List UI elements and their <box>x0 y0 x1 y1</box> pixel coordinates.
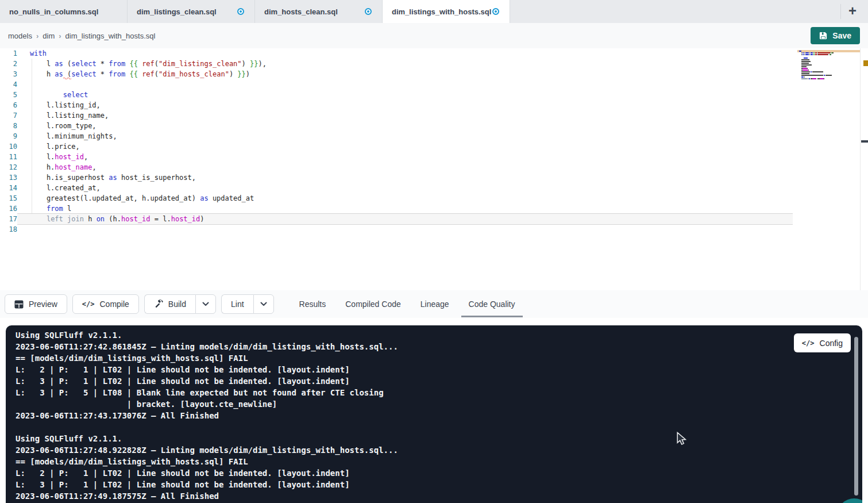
code-line-5[interactable]: 5 select <box>0 90 797 100</box>
build-label: Build <box>168 300 186 309</box>
build-button[interactable]: Build <box>144 294 195 314</box>
tab-lineage[interactable]: Lineage <box>421 296 449 312</box>
minimap-token <box>809 54 810 55</box>
code-line-1[interactable]: 1with <box>0 48 797 59</box>
minimap-token <box>830 52 831 53</box>
save-button[interactable]: Save <box>811 27 860 44</box>
modified-dot-icon <box>365 8 372 15</box>
code-editor[interactable]: 1with2 l as (select * from {{ ref("dim_l… <box>0 48 797 290</box>
compile-label: Compile <box>99 300 129 309</box>
tab-no-nulls-in-columns[interactable]: no_nulls_in_columns.sql <box>0 0 128 23</box>
tab-label: dim_listings_with_hosts.sql <box>392 7 491 16</box>
tab-code-quality[interactable]: Code Quality <box>469 296 515 312</box>
code-text: l.price, <box>17 141 793 152</box>
breadcrumb-models[interactable]: models <box>8 32 32 40</box>
code-line-14[interactable]: 14 l.created_at, <box>0 183 797 193</box>
config-button[interactable]: </> Config <box>794 333 851 352</box>
tab-dim-listings-with-hosts[interactable]: dim_listings_with_hosts.sql <box>383 0 510 23</box>
terminal-line: L: 3 | P: 1 | LT02 | Line should not be … <box>16 479 862 490</box>
result-tab-bar: Results Compiled Code Lineage Code Quali… <box>299 296 515 312</box>
tab-compiled-code[interactable]: Compiled Code <box>345 296 401 312</box>
minimap-token <box>801 73 809 74</box>
tab-label: Code Quality <box>469 300 515 309</box>
breadcrumb-file[interactable]: dim_listings_with_hosts.sql <box>65 32 156 40</box>
minimap-token <box>831 54 831 55</box>
minimap-token <box>805 52 809 53</box>
preview-button[interactable]: Preview <box>5 294 67 314</box>
tab-dim-listings-clean[interactable]: dim_listings_clean.sql <box>128 0 255 23</box>
hammer-icon <box>154 300 163 309</box>
minimap-token <box>824 78 824 79</box>
code-line-12[interactable]: 12 h.host_name, <box>0 162 797 172</box>
line-number: 14 <box>0 183 17 193</box>
line-number: 18 <box>0 224 17 235</box>
minimap-token <box>801 54 802 55</box>
tab-label: Lineage <box>421 300 449 309</box>
minimap-token <box>824 75 825 76</box>
code-text: l.minimum_nights, <box>17 131 793 141</box>
minimap-token <box>818 52 830 53</box>
line-number: 7 <box>0 110 17 121</box>
code-text: with <box>17 48 793 59</box>
minimap-token <box>820 78 824 79</box>
terminal-line: Using SQLFluff v2.1.1. <box>16 433 862 444</box>
breadcrumb-dim[interactable]: dim <box>43 32 55 40</box>
minimap-token <box>812 78 816 79</box>
code-line-8[interactable]: 8 l.room_type, <box>0 121 797 131</box>
tab-dim-hosts-clean[interactable]: dim_hosts_clean.sql <box>255 0 383 23</box>
code-text: l.room_type, <box>17 121 793 131</box>
divider <box>840 4 841 19</box>
code-line-7[interactable]: 7 l.listing_name, <box>0 110 797 121</box>
breadcrumb-separator: › <box>59 32 61 40</box>
line-number: 4 <box>0 79 17 90</box>
line-number: 1 <box>0 48 17 59</box>
code-text: from l <box>17 203 793 214</box>
tab-label: dim_listings_clean.sql <box>137 7 217 16</box>
lint-output-terminal[interactable]: Using SQLFluff v2.1.1.2023-06-06T11:27:4… <box>6 325 862 503</box>
editor-minimap[interactable] <box>797 48 860 290</box>
plus-icon: + <box>848 3 857 19</box>
code-text: left join h on (h.host_id = l.host_id) <box>17 213 793 225</box>
code-line-13[interactable]: 13 h.is_superhost as host_is_superhost, <box>0 172 797 183</box>
build-dropdown-button[interactable] <box>195 294 216 314</box>
minimap-token <box>805 54 809 55</box>
code-line-16[interactable]: 16 from l <box>0 203 797 214</box>
code-line-17[interactable]: 17 left join h on (h.host_id = l.host_id… <box>0 214 797 224</box>
code-line-11[interactable]: 11 l.host_id, <box>0 152 797 162</box>
minimap-token <box>801 61 811 62</box>
lint-dropdown-button[interactable] <box>253 294 274 314</box>
minimap-token <box>803 68 807 69</box>
terminal-scrollbar[interactable] <box>854 337 858 496</box>
minimap-token <box>801 59 809 60</box>
tab-results[interactable]: Results <box>299 296 326 312</box>
code-line-2[interactable]: 2 l as (select * from {{ ref("dim_listin… <box>0 59 797 69</box>
terminal-line <box>16 421 862 433</box>
terminal-line: L: 3 | P: 1 | LT02 | Line should not be … <box>16 375 862 387</box>
minimap-token <box>801 75 823 76</box>
ruler-warning-marker <box>863 60 868 66</box>
code-text <box>17 79 793 90</box>
code-text: l.listing_id, <box>17 100 793 110</box>
minimap-token <box>832 52 834 53</box>
code-text: l.host_id, <box>17 152 793 162</box>
ruler-cursor-marker <box>861 140 868 143</box>
code-text: h.host_name, <box>17 162 793 172</box>
line-number: 12 <box>0 162 17 172</box>
overview-ruler[interactable] <box>860 48 868 290</box>
breadcrumb: models › dim › dim_listings_with_hosts.s… <box>0 23 868 48</box>
code-line-3[interactable]: 3 h as (select * from {{ ref("dim_hosts_… <box>0 69 797 79</box>
code-line-9[interactable]: 9 l.minimum_nights, <box>0 131 797 141</box>
code-line-4[interactable]: 4 <box>0 79 797 90</box>
code-line-6[interactable]: 6 l.listing_id, <box>0 100 797 110</box>
compile-button[interactable]: </> Compile <box>72 294 139 314</box>
code-line-10[interactable]: 10 l.price, <box>0 141 797 152</box>
chevron-down-icon <box>202 302 209 306</box>
terminal-line: Using SQLFluff v2.1.1. <box>16 329 862 341</box>
minimap-token <box>811 52 813 53</box>
chevron-down-icon <box>260 302 267 306</box>
code-line-15[interactable]: 15 greatest(l.updated_at, h.updated_at) … <box>0 193 797 203</box>
code-line-18[interactable]: 18 <box>0 224 797 235</box>
new-tab-button[interactable]: + <box>844 2 861 20</box>
lint-button[interactable]: Lint <box>221 294 253 314</box>
line-number: 15 <box>0 193 17 203</box>
